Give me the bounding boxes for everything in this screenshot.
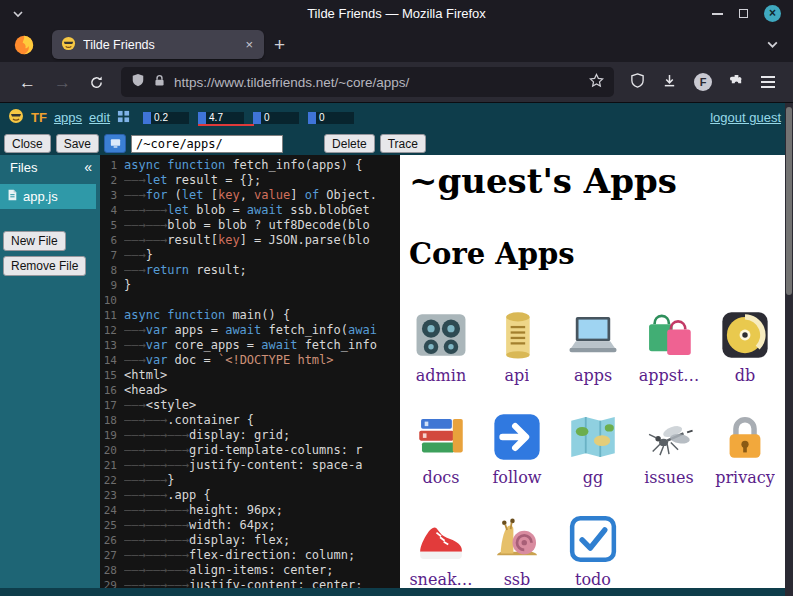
logout-link[interactable]: logout guest bbox=[710, 110, 781, 125]
save-button[interactable]: Save bbox=[56, 134, 99, 153]
code-line: 21——→——→——→justify-content: space-a bbox=[100, 458, 400, 473]
app-icon-button[interactable] bbox=[104, 134, 126, 153]
apps-link[interactable]: apps bbox=[54, 110, 82, 125]
tab-tilde-friends[interactable]: Tilde Friends × bbox=[52, 30, 264, 59]
world-map-icon bbox=[564, 408, 622, 466]
code-line: 12——→var apps = await fetch_info(awai bbox=[100, 323, 400, 338]
knobs-icon bbox=[412, 306, 470, 364]
new-file-button[interactable]: New File bbox=[3, 231, 66, 251]
trace-button[interactable]: Trace bbox=[380, 134, 426, 153]
laptop-icon bbox=[564, 306, 622, 364]
app-item-follow[interactable]: follow bbox=[485, 399, 549, 495]
app-item-api[interactable]: api bbox=[485, 297, 549, 393]
books-icon bbox=[412, 408, 470, 466]
apps-grid: adminapiappsappst…dbdocsfollowggissuespr… bbox=[409, 297, 793, 588]
code-line: 10 bbox=[100, 293, 400, 308]
arrow-right-icon bbox=[488, 408, 546, 466]
grid-icon[interactable] bbox=[117, 110, 130, 126]
app-item-apps[interactable]: apps bbox=[561, 297, 625, 393]
code-line: 23——→——→.app { bbox=[100, 488, 400, 503]
forward-icon[interactable]: → bbox=[45, 74, 80, 91]
files-panel-title: Files bbox=[10, 160, 37, 175]
app-item-sneak[interactable]: sneak… bbox=[409, 501, 473, 588]
resource-meter: 0.2 bbox=[143, 112, 189, 124]
extensions-puzzle-icon[interactable] bbox=[729, 73, 744, 92]
apps-panel: ~guest's Apps Core Apps adminapiappsapps… bbox=[400, 155, 793, 588]
code-editor[interactable]: 1async function fetch_info(apps) {2——→le… bbox=[100, 155, 400, 588]
navigation-toolbar: ← → https://www.tildefriends.net/~core/a… bbox=[0, 62, 793, 103]
code-line: 28——→——→——→align-items: center; bbox=[100, 563, 400, 578]
firefox-logo-icon[interactable] bbox=[13, 34, 35, 56]
brand-link[interactable]: TF bbox=[31, 110, 47, 125]
reload-icon[interactable] bbox=[80, 75, 113, 90]
code-line: 15<html> bbox=[100, 368, 400, 383]
delete-button[interactable]: Delete bbox=[324, 134, 375, 153]
app-item-gg[interactable]: gg bbox=[561, 399, 625, 495]
edit-link[interactable]: edit bbox=[89, 110, 110, 125]
tracking-shield-icon[interactable] bbox=[131, 73, 145, 91]
shield-icon[interactable] bbox=[630, 73, 645, 92]
resource-meter: 0 bbox=[253, 112, 299, 124]
scrollbar-thumb[interactable] bbox=[786, 107, 792, 295]
file-item-appjs[interactable]: app.js bbox=[0, 184, 96, 209]
page-bottom-strip bbox=[0, 588, 793, 596]
app-item-todo[interactable]: todo bbox=[561, 501, 625, 588]
window-menu-chevron-icon[interactable] bbox=[12, 8, 24, 20]
close-button[interactable]: Close bbox=[4, 134, 51, 153]
code-line: 20——→——→——→grid-template-columns: r bbox=[100, 443, 400, 458]
collapse-files-icon[interactable]: « bbox=[84, 159, 92, 175]
path-input[interactable] bbox=[131, 135, 283, 153]
new-tab-button[interactable]: + bbox=[274, 35, 285, 54]
app-label: api bbox=[505, 366, 530, 385]
code-line: 14——→var doc = `<!DOCTYPE html> bbox=[100, 353, 400, 368]
menu-hamburger-icon[interactable] bbox=[761, 76, 775, 87]
app-label: todo bbox=[575, 570, 611, 589]
page-scrollbar[interactable] bbox=[785, 103, 793, 596]
tab-close-icon[interactable]: × bbox=[243, 37, 255, 52]
code-line: 2——→let result = {}; bbox=[100, 173, 400, 188]
app-label: apps bbox=[574, 366, 612, 385]
list-all-tabs-chevron-icon[interactable] bbox=[766, 38, 779, 51]
resource-meters: 0.24.700 bbox=[143, 112, 354, 124]
maximize-icon[interactable] bbox=[739, 9, 748, 18]
code-line: 25——→——→——→width: 64px; bbox=[100, 518, 400, 533]
account-avatar[interactable]: F bbox=[694, 73, 712, 91]
close-window-icon[interactable]: × bbox=[764, 5, 781, 22]
sneaker-icon bbox=[412, 510, 470, 568]
app-label: appst… bbox=[639, 366, 700, 385]
lock-icon[interactable] bbox=[153, 73, 166, 91]
disc-icon bbox=[716, 306, 774, 364]
code-line: 5——→——→blob = blob ? utf8Decode(blo bbox=[100, 218, 400, 233]
app-item-issues[interactable]: issues bbox=[637, 399, 701, 495]
code-line: 16<head> bbox=[100, 383, 400, 398]
app-label: sneak… bbox=[409, 570, 472, 589]
code-line: 7——→} bbox=[100, 248, 400, 263]
page-content: TF apps edit 0.24.700 logout guest Close… bbox=[0, 103, 793, 596]
section-title: Core Apps bbox=[409, 237, 793, 271]
app-item-admin[interactable]: admin bbox=[409, 297, 473, 393]
app-item-appst[interactable]: appst… bbox=[637, 297, 701, 393]
url-text: https://www.tildefriends.net/~core/apps/ bbox=[174, 75, 581, 90]
url-bar[interactable]: https://www.tildefriends.net/~core/apps/ bbox=[121, 67, 614, 97]
app-label: ssb bbox=[504, 570, 531, 589]
back-icon[interactable]: ← bbox=[10, 74, 45, 91]
downloads-icon[interactable] bbox=[662, 73, 677, 92]
titlebar: Tilde Friends — Mozilla Firefox × bbox=[0, 0, 793, 27]
app-item-docs[interactable]: docs bbox=[409, 399, 473, 495]
code-line: 18——→——→.container { bbox=[100, 413, 400, 428]
code-line: 29——→——→——→justify-content: center; bbox=[100, 578, 400, 588]
app-item-ssb[interactable]: ssb bbox=[485, 501, 549, 588]
tab-label: Tilde Friends bbox=[83, 38, 236, 52]
document-icon bbox=[6, 189, 18, 204]
app-label: db bbox=[735, 366, 755, 385]
code-line: 3——→for (let [key, value] of Object. bbox=[100, 188, 400, 203]
resource-meter: 0 bbox=[308, 112, 354, 124]
app-label: privacy bbox=[715, 468, 775, 487]
remove-file-button[interactable]: Remove File bbox=[3, 256, 86, 276]
app-item-privacy[interactable]: privacy bbox=[713, 399, 777, 495]
bookmark-star-icon[interactable] bbox=[589, 73, 604, 92]
app-item-db[interactable]: db bbox=[713, 297, 777, 393]
file-name: app.js bbox=[23, 189, 58, 204]
minimize-icon[interactable] bbox=[712, 13, 723, 15]
code-line: 19——→——→——→display: grid; bbox=[100, 428, 400, 443]
